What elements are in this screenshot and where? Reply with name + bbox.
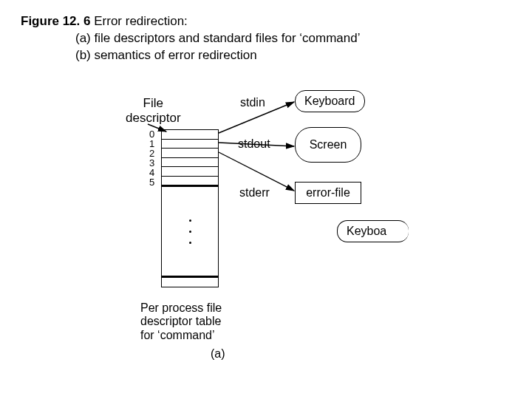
fd-table	[161, 129, 219, 287]
fd-table-bottom	[161, 276, 219, 287]
fd-row	[162, 140, 218, 149]
stderr-label: stderr	[239, 186, 270, 200]
diagram-area: Filedescriptor 0 1 2 3 4 5 Per process f…	[74, 89, 488, 362]
fd-row	[162, 130, 218, 140]
stdin-label: stdin	[240, 96, 265, 109]
svg-line-3	[219, 152, 294, 191]
figure-sub-a: (a) file descriptors and standard files …	[21, 30, 361, 47]
fd-table-caption: Per process filedescriptor tablefor ‘com…	[140, 301, 244, 342]
figure-title: Error redirection:	[94, 14, 188, 28]
keyboard-box: Keyboard	[295, 90, 365, 112]
fd-row	[162, 149, 218, 158]
figure-caption: Figure 12. 6 Error redirection: (a) file…	[21, 13, 361, 64]
file-descriptor-label: Filedescriptor	[126, 96, 181, 126]
fd-num: 5	[149, 177, 154, 187]
stdout-label: stdout	[238, 137, 270, 151]
fd-row	[162, 167, 218, 177]
screen-box: Screen	[295, 127, 361, 163]
keyboard-box-2: Keyboa	[337, 220, 409, 242]
error-file-box: error-file	[295, 182, 361, 204]
figure-number: Figure 12. 6	[21, 14, 90, 28]
fd-table-ellipsis	[161, 187, 219, 276]
fd-table-top	[161, 129, 219, 187]
fd-number-column: 0 1 2 3 4 5	[149, 129, 154, 187]
subfigure-label: (a)	[211, 347, 225, 361]
figure-sub-b: (b) semantics of error redirection	[21, 47, 361, 64]
fd-row	[162, 177, 218, 185]
arrows	[74, 89, 488, 362]
fd-row	[162, 158, 218, 168]
